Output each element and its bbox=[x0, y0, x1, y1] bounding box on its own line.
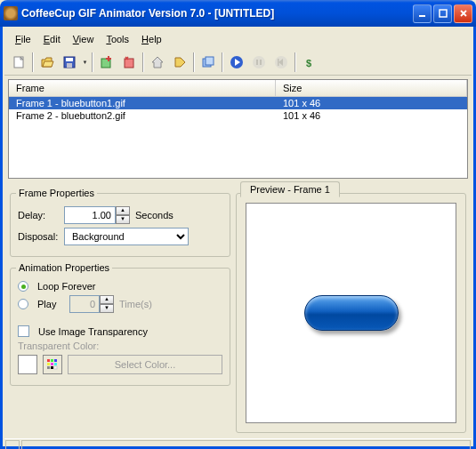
frame-list[interactable]: Frame Size Frame 1 - bluebutton1.gif 101… bbox=[8, 79, 468, 179]
frame-cell-size: 101 x 46 bbox=[276, 98, 467, 108]
column-header-frame[interactable]: Frame bbox=[9, 80, 276, 96]
svg-rect-21 bbox=[54, 359, 57, 362]
play-radio[interactable] bbox=[18, 299, 28, 309]
app-icon bbox=[4, 6, 18, 20]
color-swatch bbox=[18, 355, 37, 374]
menu-file[interactable]: File bbox=[10, 32, 36, 46]
svg-rect-4 bbox=[66, 58, 73, 61]
play-unit: Time(s) bbox=[119, 299, 152, 309]
frame-cell-name: Frame 2 - bluebutton2.gif bbox=[9, 110, 276, 121]
rewind-button[interactable] bbox=[270, 52, 292, 73]
menu-view[interactable]: View bbox=[68, 32, 100, 46]
minimize-button[interactable] bbox=[413, 4, 432, 23]
toolbar: ▼ $ bbox=[4, 50, 472, 76]
status-bar bbox=[4, 438, 472, 449]
frame-cell-name: Frame 1 - bluebutton1.gif bbox=[9, 98, 276, 108]
frame-cell-size: 101 x 46 bbox=[276, 110, 467, 121]
play-button[interactable] bbox=[226, 52, 247, 73]
select-color-button[interactable]: Select Color... bbox=[68, 355, 222, 374]
delay-input[interactable] bbox=[64, 206, 116, 224]
menu-edit[interactable]: Edit bbox=[38, 32, 66, 46]
svg-rect-8 bbox=[106, 58, 111, 60]
palette-button[interactable] bbox=[43, 355, 62, 374]
preview-canvas bbox=[246, 203, 456, 423]
save-dropdown[interactable]: ▼ bbox=[81, 52, 89, 73]
purchase-button[interactable]: $ bbox=[299, 52, 320, 73]
preview-tab[interactable]: Preview - Frame 1 bbox=[240, 181, 340, 197]
menu-tools[interactable]: Tools bbox=[101, 32, 134, 46]
svg-rect-1 bbox=[440, 10, 447, 17]
preview-image bbox=[304, 295, 399, 331]
svg-rect-19 bbox=[47, 359, 50, 362]
svg-rect-24 bbox=[54, 363, 57, 365]
svg-rect-5 bbox=[67, 63, 72, 68]
delay-unit: Seconds bbox=[135, 210, 173, 220]
svg-rect-26 bbox=[51, 366, 53, 369]
svg-text:$: $ bbox=[306, 58, 311, 68]
delay-down[interactable]: ▼ bbox=[116, 215, 130, 224]
svg-rect-23 bbox=[51, 363, 53, 365]
svg-rect-14 bbox=[256, 60, 258, 65]
play-up: ▲ bbox=[100, 295, 114, 304]
frame-row[interactable]: Frame 1 - bluebutton1.gif 101 x 46 bbox=[9, 97, 467, 109]
svg-rect-17 bbox=[278, 59, 279, 66]
column-header-size[interactable]: Size bbox=[276, 80, 467, 96]
svg-rect-22 bbox=[47, 363, 50, 365]
svg-point-13 bbox=[253, 56, 265, 68]
save-button[interactable] bbox=[59, 52, 80, 73]
disposal-select[interactable]: Background bbox=[64, 228, 189, 245]
menu-help[interactable]: Help bbox=[136, 32, 167, 46]
tag-button[interactable] bbox=[169, 52, 190, 73]
frame-row[interactable]: Frame 2 - bluebutton2.gif 101 x 46 bbox=[9, 109, 467, 122]
disposal-label: Disposal: bbox=[18, 231, 59, 242]
new-button[interactable] bbox=[8, 52, 29, 73]
play-count-input bbox=[69, 295, 100, 313]
transparency-checkbox[interactable] bbox=[18, 325, 29, 337]
loop-forever-radio[interactable] bbox=[18, 281, 28, 292]
delay-label: Delay: bbox=[18, 210, 59, 220]
group-title: Frame Properties bbox=[16, 188, 97, 198]
close-button[interactable] bbox=[454, 4, 472, 23]
preview-panel: Preview - Frame 1 bbox=[236, 193, 466, 433]
home-button[interactable] bbox=[147, 52, 168, 73]
svg-rect-0 bbox=[419, 15, 425, 17]
menu-bar: File Edit View Tools Help bbox=[4, 28, 472, 50]
add-frame-button[interactable] bbox=[96, 52, 117, 73]
maximize-button[interactable] bbox=[433, 4, 452, 23]
duplicate-button[interactable] bbox=[198, 52, 219, 73]
delete-frame-button[interactable] bbox=[118, 52, 140, 73]
play-label: Play bbox=[37, 299, 64, 309]
pause-button[interactable] bbox=[248, 52, 270, 73]
svg-rect-25 bbox=[47, 366, 50, 369]
transparency-label: Use Image Transparency bbox=[38, 326, 148, 337]
animation-properties-group: Animation Properties Loop Forever Play ▲… bbox=[10, 268, 230, 386]
open-button[interactable] bbox=[36, 52, 58, 73]
transparent-color-label: Transparent Color: bbox=[18, 341, 222, 351]
svg-rect-27 bbox=[54, 366, 57, 369]
frame-properties-group: Frame Properties Delay: ▲▼ Seconds Dispo… bbox=[10, 193, 230, 257]
delay-up[interactable]: ▲ bbox=[116, 206, 130, 215]
svg-rect-15 bbox=[260, 60, 262, 65]
window-title: CoffeeCup GIF Animator Version 7.0 - [UN… bbox=[21, 7, 413, 20]
group-title: Animation Properties bbox=[16, 262, 112, 273]
svg-rect-20 bbox=[51, 359, 53, 362]
title-bar: CoffeeCup GIF Animator Version 7.0 - [UN… bbox=[0, 0, 476, 27]
svg-rect-11 bbox=[206, 57, 214, 65]
play-down: ▼ bbox=[100, 304, 114, 313]
loop-forever-label: Loop Forever bbox=[37, 281, 95, 292]
